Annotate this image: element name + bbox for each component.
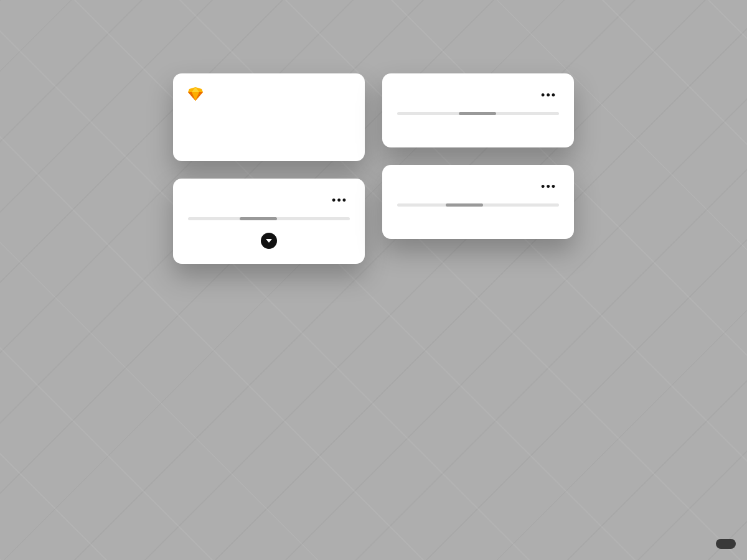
right-column: ••• ••• xyxy=(382,73,574,239)
intro-card xyxy=(173,73,365,161)
left-column: ••• xyxy=(173,73,365,264)
more-icon[interactable]: ••• xyxy=(329,192,350,208)
sketch-icon xyxy=(188,87,203,101)
watermark-badge xyxy=(716,539,736,549)
scroll-indicator[interactable] xyxy=(397,112,559,115)
card-stage: ••• ••• xyxy=(0,0,747,560)
more-icon[interactable]: ••• xyxy=(538,87,559,103)
portfolio-card: ••• xyxy=(173,179,365,264)
expand-button[interactable] xyxy=(261,233,277,249)
movers-header: ••• xyxy=(397,179,559,195)
losers-card: ••• xyxy=(382,73,574,147)
intro-title xyxy=(188,116,350,134)
scroll-indicator[interactable] xyxy=(188,217,350,220)
more-icon[interactable]: ••• xyxy=(538,179,559,195)
portfolio-header: ••• xyxy=(188,192,350,208)
movers-card: ••• xyxy=(382,165,574,239)
chevron-down-icon xyxy=(266,239,272,243)
scroll-indicator[interactable] xyxy=(397,203,559,207)
losers-header: ••• xyxy=(397,87,559,103)
